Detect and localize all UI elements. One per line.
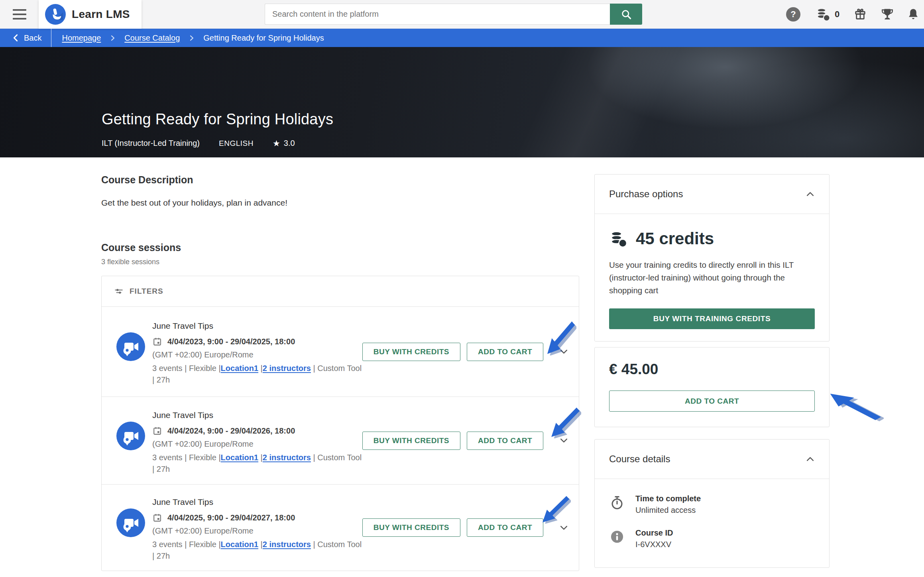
filters-toggle[interactable]: FILTERS	[102, 276, 579, 307]
add-to-cart-button[interactable]: ADD TO CART	[467, 343, 543, 361]
chevron-down-icon	[559, 436, 568, 445]
sessions-heading: Course sessions	[101, 242, 579, 253]
filters-icon	[114, 287, 124, 296]
bell-icon	[906, 8, 920, 21]
session-location-link[interactable]: Location1	[221, 453, 258, 462]
purchase-options-title: Purchase options	[609, 188, 683, 200]
session-title: June Travel Tips	[152, 321, 579, 331]
course-page: Learn LMS ? 0	[0, 0, 924, 577]
search-icon	[621, 9, 632, 20]
sessions-card: FILTERS June Travel Tips	[101, 276, 579, 571]
session-meta: 3 events | Flexible |Location1 |2 instru…	[152, 452, 375, 475]
calendar-icon	[152, 337, 162, 347]
expand-session-button[interactable]	[559, 347, 568, 356]
breadcrumb-divider	[51, 29, 51, 47]
app-logo[interactable]: Learn LMS	[39, 0, 142, 29]
chevron-right-icon	[189, 35, 195, 41]
price-card: € 45.00 ADD TO CART	[594, 347, 830, 427]
session-location-link[interactable]: Location1	[221, 364, 258, 373]
chevron-up-icon	[806, 455, 815, 464]
session-datetime: 4/04/2024, 9:00 - 29/04/2026, 18:00	[167, 426, 295, 436]
add-to-cart-button[interactable]: ADD TO CART	[467, 432, 543, 450]
gift-icon	[853, 7, 867, 22]
buy-with-credits-button[interactable]: BUY WITH CREDITS	[362, 343, 460, 361]
page-title: Getting Ready for Spring Holidays	[102, 111, 333, 128]
session-row: June Travel Tips 4/04/2024, 9:00 - 29/04…	[102, 396, 579, 484]
time-to-complete-value: Unlimited access	[635, 506, 701, 515]
session-duration: | 27h	[152, 463, 375, 475]
credits-description: Use your training credits to directly en…	[609, 259, 815, 296]
credits-amount: 45 credits	[636, 229, 714, 248]
credits-icon	[816, 7, 831, 22]
back-chevron-icon	[12, 34, 19, 42]
session-meta: 3 events | Flexible |Location1 |2 instru…	[152, 363, 375, 386]
purchase-options-card: Purchase options 45 credits Use your tra…	[594, 174, 830, 341]
help-button[interactable]: ?	[786, 7, 800, 22]
credits-indicator[interactable]: 0	[816, 7, 839, 22]
logo-icon	[45, 4, 66, 25]
filters-label: FILTERS	[130, 287, 163, 296]
course-id-row: Course ID I-6VXXXV	[609, 528, 815, 549]
chevron-right-icon	[110, 35, 116, 41]
buy-with-credits-button[interactable]: BUY WITH CREDITS	[362, 432, 460, 450]
session-datetime: 4/04/2023, 9:00 - 29/04/2025, 18:00	[167, 337, 295, 346]
purchase-sidebar: Purchase options 45 credits Use your tra…	[594, 174, 830, 568]
course-type-label: ILT (Instructor-Led Training)	[102, 139, 200, 148]
breadcrumb-current: Getting Ready for Spring Holidays	[203, 33, 324, 43]
course-hero: Getting Ready for Spring Holidays ILT (I…	[0, 47, 924, 157]
menu-button[interactable]	[13, 9, 26, 20]
session-instructors-link[interactable]: 2 instructors	[263, 540, 311, 549]
credits-count: 0	[835, 9, 839, 20]
info-icon	[609, 529, 625, 544]
time-to-complete-row: Time to complete Unlimited access	[609, 494, 815, 515]
rating-value: 3.0	[284, 139, 295, 148]
top-header: Learn LMS ? 0	[0, 0, 924, 29]
expand-session-button[interactable]	[559, 523, 568, 532]
session-duration: | 27h	[152, 550, 375, 562]
back-button[interactable]: Back	[0, 29, 51, 47]
buy-with-training-credits-button[interactable]: BUY WITH TRAINING CREDITS	[609, 308, 815, 329]
purchase-options-header[interactable]: Purchase options	[595, 175, 829, 214]
add-to-cart-button[interactable]: ADD TO CART	[467, 518, 543, 537]
course-meta: ILT (Instructor-Led Training) ENGLISH ★ …	[102, 139, 295, 148]
notifications-button[interactable]	[906, 8, 920, 21]
rewards-button[interactable]	[853, 7, 867, 22]
course-id-label: Course ID	[635, 528, 673, 538]
add-to-cart-button-main[interactable]: ADD TO CART	[609, 391, 815, 412]
ilt-session-icon	[116, 508, 145, 537]
buy-with-credits-button[interactable]: BUY WITH CREDITS	[362, 518, 460, 537]
annotation-arrow-add-to-cart	[828, 393, 884, 423]
session-instructors-link[interactable]: 2 instructors	[263, 364, 311, 373]
expand-session-button[interactable]	[559, 436, 568, 445]
trophy-icon	[880, 7, 895, 22]
breadcrumb: Back Homepage Course Catalog Getting Rea…	[0, 29, 924, 47]
sessions-subheading: 3 flexible sessions	[101, 258, 579, 266]
session-meta-text: | Custom Tool	[311, 364, 362, 373]
logo-text: Learn LMS	[72, 8, 130, 21]
ilt-session-icon	[116, 422, 145, 450]
session-meta-separator: |	[258, 364, 263, 373]
chevron-down-icon	[559, 523, 568, 532]
star-icon: ★	[273, 139, 280, 147]
search-button[interactable]	[610, 4, 642, 25]
course-id-value: I-6VXXXV	[635, 540, 673, 549]
session-meta: 3 events | Flexible |Location1 |2 instru…	[152, 539, 375, 562]
search-input[interactable]	[265, 4, 610, 25]
stopwatch-icon	[609, 495, 625, 511]
chevron-up-icon	[806, 190, 815, 199]
breadcrumb-course-catalog[interactable]: Course Catalog	[124, 33, 180, 43]
session-instructors-link[interactable]: 2 instructors	[263, 453, 311, 462]
course-details-card: Course details Ti	[594, 439, 830, 568]
time-to-complete-label: Time to complete	[635, 494, 701, 503]
session-meta-separator: |	[258, 453, 263, 462]
achievements-button[interactable]	[880, 7, 895, 22]
description-heading: Course Description	[101, 174, 579, 186]
chevron-down-icon	[559, 347, 568, 356]
back-label: Back	[24, 33, 41, 43]
session-location-link[interactable]: Location1	[221, 540, 258, 549]
course-details-header[interactable]: Course details	[595, 440, 829, 479]
breadcrumb-homepage[interactable]: Homepage	[62, 33, 101, 43]
session-title: June Travel Tips	[152, 497, 579, 507]
course-language: ENGLISH	[219, 139, 254, 148]
course-rating: ★ 3.0	[273, 139, 295, 148]
